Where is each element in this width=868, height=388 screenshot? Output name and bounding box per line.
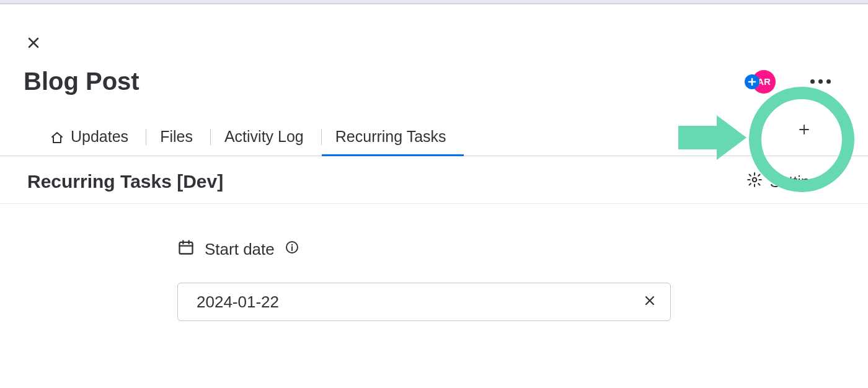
dot-icon [818,79,823,84]
svg-point-0 [752,178,756,182]
page-title: Blog Post [24,68,140,95]
dot-icon [810,79,815,84]
item-panel: Blog Post AR Updates [0,4,868,321]
start-date-label: Start date [205,240,275,259]
clear-date-button[interactable] [644,295,655,309]
tab-label: Updates [71,128,128,146]
svg-rect-1 [180,242,193,254]
add-member-icon[interactable] [745,74,760,89]
top-divider [0,0,868,4]
header-row: Blog Post AR [0,68,868,95]
calendar-icon [177,239,195,260]
tab-recurring-tasks[interactable]: Recurring Tasks [322,128,464,156]
close-button[interactable] [25,34,42,51]
avatar-group[interactable]: AR [745,70,776,94]
tab-files[interactable]: Files [146,128,210,156]
more-options-button[interactable] [810,79,831,84]
info-icon[interactable] [285,240,299,259]
section-header: Recurring Tasks [Dev] Settings [0,156,868,204]
tab-label: Activity Log [224,128,304,146]
start-date-label-row: Start date [177,239,868,260]
start-date-value: 2024-01-22 [197,293,279,312]
x-icon [644,295,655,306]
home-icon [50,130,63,144]
annotation-arrow [678,115,746,159]
svg-point-3 [291,244,293,245]
tab-updates[interactable]: Updates [36,128,146,156]
section-title: Recurring Tasks [Dev] [27,171,223,192]
tab-activity-log[interactable]: Activity Log [211,128,321,156]
gear-icon [746,172,763,192]
close-icon [26,35,41,50]
tab-label: Files [160,128,193,146]
tab-label: Recurring Tasks [335,128,446,146]
annotation-circle [749,87,854,192]
start-date-input[interactable]: 2024-01-22 [177,283,671,321]
plus-icon [748,77,756,86]
dot-icon [826,79,831,84]
form-area: Start date 2024-01-22 [0,204,868,321]
